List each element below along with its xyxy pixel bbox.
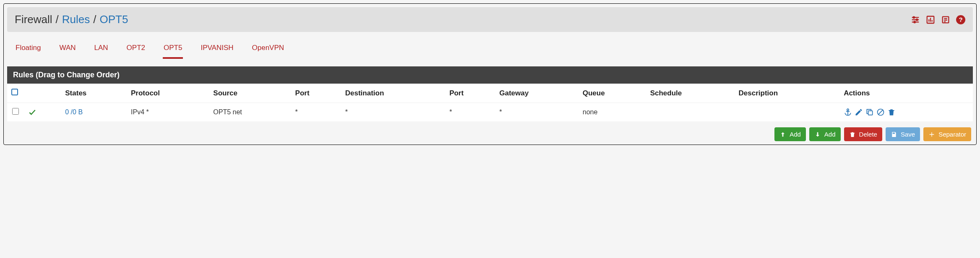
- breadcrumb-separator: /: [93, 13, 96, 26]
- states-link[interactable]: 0 /0 B: [65, 108, 83, 116]
- breadcrumb-separator: /: [56, 13, 59, 26]
- log-icon[interactable]: [941, 15, 950, 24]
- svg-point-5: [914, 21, 915, 23]
- breadcrumb: Firewall / Rules / OPT5: [15, 13, 128, 26]
- add-bottom-label: Add: [824, 131, 836, 138]
- edit-icon[interactable]: [855, 108, 863, 116]
- col-actions: Actions: [839, 84, 973, 103]
- chart-icon[interactable]: [926, 15, 935, 24]
- col-port-dst: Port: [445, 84, 495, 103]
- tab-opt2[interactable]: OPT2: [126, 39, 146, 59]
- add-top-label: Add: [790, 131, 801, 138]
- header-actions: ?: [911, 15, 965, 24]
- save-button[interactable]: Save: [886, 127, 920, 141]
- delete-label: Delete: [859, 131, 877, 138]
- sliders-icon[interactable]: [911, 15, 920, 24]
- row-checkbox[interactable]: [12, 108, 19, 115]
- add-top-button[interactable]: Add: [774, 127, 806, 141]
- cell-schedule: [646, 103, 735, 122]
- table-header-row: States Protocol Source Port Destination …: [7, 84, 973, 103]
- cell-description: [735, 103, 840, 122]
- row-actions: [844, 108, 969, 116]
- col-source: Source: [209, 84, 291, 103]
- cell-source: OPT5 net: [209, 103, 291, 122]
- delete-icon[interactable]: [887, 108, 896, 116]
- svg-point-4: [916, 19, 918, 21]
- cell-port-src: *: [291, 103, 341, 122]
- rules-table: States Protocol Source Port Destination …: [7, 84, 973, 121]
- tab-floating[interactable]: Floating: [15, 39, 42, 59]
- rules-table-panel: Rules (Drag to Change Order) States Prot…: [7, 66, 973, 121]
- cell-gateway: *: [495, 103, 578, 122]
- firewall-rules-panel: Firewall / Rules / OPT5 ? Floating WAN L…: [3, 3, 977, 145]
- svg-point-14: [847, 109, 849, 111]
- tab-lan[interactable]: LAN: [94, 39, 109, 59]
- tab-openvpn[interactable]: OpenVPN: [251, 39, 285, 59]
- breadcrumb-current[interactable]: OPT5: [100, 13, 128, 26]
- add-bottom-button[interactable]: Add: [809, 127, 841, 141]
- svg-rect-17: [868, 111, 873, 115]
- pass-icon: [28, 108, 57, 116]
- interface-tabs: Floating WAN LAN OPT2 OPT5 IPVANISH Open…: [7, 39, 973, 59]
- separator-label: Separator: [938, 131, 966, 138]
- separator-button[interactable]: Separator: [923, 127, 971, 141]
- save-label: Save: [901, 131, 915, 138]
- anchor-icon[interactable]: [844, 108, 852, 116]
- delete-button[interactable]: Delete: [844, 127, 882, 141]
- disable-icon[interactable]: [876, 108, 885, 116]
- col-queue: Queue: [579, 84, 646, 103]
- col-schedule: Schedule: [646, 84, 735, 103]
- tab-opt5[interactable]: OPT5: [163, 39, 183, 59]
- page-header: Firewall / Rules / OPT5 ?: [7, 7, 973, 32]
- bottom-button-bar: Add Add Delete Save Separator: [7, 126, 973, 141]
- breadcrumb-link-rules[interactable]: Rules: [62, 13, 90, 26]
- cell-protocol: IPv4 *: [127, 103, 209, 122]
- col-destination: Destination: [341, 84, 445, 103]
- select-all-checkbox[interactable]: [11, 89, 18, 95]
- table-row[interactable]: 0 /0 B IPv4 * OPT5 net * * * * none: [7, 103, 973, 122]
- tab-ipvanish[interactable]: IPVANISH: [200, 39, 234, 59]
- cell-port-dst: *: [445, 103, 495, 122]
- col-description: Description: [735, 84, 840, 103]
- svg-point-3: [913, 16, 915, 18]
- copy-icon[interactable]: [865, 108, 874, 116]
- cell-destination: *: [341, 103, 445, 122]
- cell-queue: none: [579, 103, 646, 122]
- tab-wan[interactable]: WAN: [58, 39, 76, 59]
- breadcrumb-root: Firewall: [15, 13, 52, 26]
- svg-line-19: [878, 110, 883, 115]
- col-protocol: Protocol: [127, 84, 209, 103]
- col-states: States: [61, 84, 127, 103]
- rules-panel-title: Rules (Drag to Change Order): [7, 66, 973, 84]
- col-port-src: Port: [291, 84, 341, 103]
- col-gateway: Gateway: [495, 84, 578, 103]
- help-icon[interactable]: ?: [956, 15, 965, 24]
